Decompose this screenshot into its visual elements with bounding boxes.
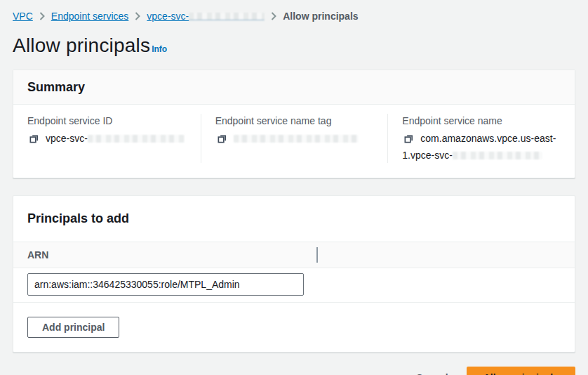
column-resize-handle[interactable] [316,247,318,263]
summary-field-service-id: Endpoint service ID vpce-svc- [13,114,201,163]
page-title: Allow principals [13,34,150,57]
arn-input[interactable] [27,273,304,296]
redacted-value [234,135,359,143]
service-id-value: vpce-svc- [46,133,88,144]
chevron-right-icon [271,12,276,20]
field-label: Endpoint service name tag [215,114,374,128]
field-value: vpce-svc- [27,131,187,148]
breadcrumb-vpc[interactable]: VPC [13,10,33,22]
field-label: Endpoint service ID [27,114,187,128]
field-value [215,131,374,148]
redacted-service-id [189,13,265,20]
copy-icon[interactable] [403,133,414,148]
page-title-row: Allow principals Info [13,34,575,57]
breadcrumb-service-id[interactable]: vpce-svc- [147,10,265,22]
field-label: Endpoint service name [402,114,561,128]
cancel-button[interactable]: Cancel [416,368,448,375]
field-value: com.amazonaws.vpce.us-east-1.vpce-svc- [402,131,561,163]
arn-column-header-row: ARN [13,242,575,268]
summary-card-title: Summary [13,70,575,105]
breadcrumb-current: Allow principals [283,10,358,22]
principals-card-title: Principals to add [13,196,575,242]
arn-column-header: ARN [27,249,48,261]
breadcrumb: VPC Endpoint services vpce-svc- Allow pr… [13,0,575,22]
summary-field-service-name: Endpoint service name com.amazonaws.vpce… [387,114,575,163]
redacted-value [453,152,542,159]
chevron-right-icon [39,12,45,20]
summary-body: Endpoint service ID vpce-svc- Endpoint s… [13,105,575,178]
breadcrumb-service-id-label: vpce-svc- [147,11,189,22]
summary-card: Summary Endpoint service ID vpce-svc- En… [13,70,575,178]
add-principal-button[interactable]: Add principal [27,317,119,338]
copy-icon[interactable] [29,133,39,148]
chevron-right-icon [135,12,140,20]
principals-card: Principals to add ARN Add principal [13,195,575,353]
principals-card-footer: Add principal [13,302,575,352]
arn-input-row [13,268,575,302]
breadcrumb-endpoint-services[interactable]: Endpoint services [51,10,129,22]
info-link[interactable]: Info [152,44,167,54]
page: VPC Endpoint services vpce-svc- Allow pr… [0,0,588,375]
form-actions: Cancel Allow principals [13,367,575,375]
redacted-value [88,135,185,143]
allow-principals-button[interactable]: Allow principals [467,367,575,375]
copy-icon[interactable] [217,133,227,148]
summary-field-name-tag: Endpoint service name tag [201,114,388,163]
